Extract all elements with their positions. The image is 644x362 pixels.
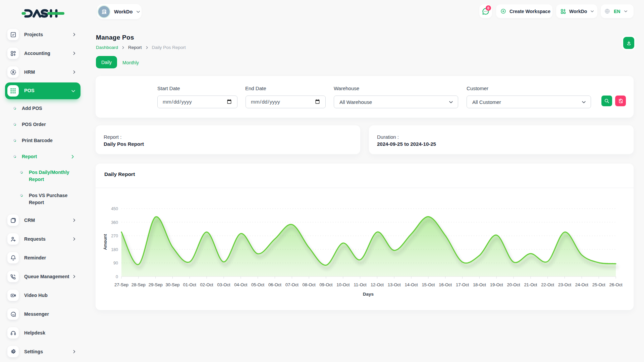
svg-text:04-Oct: 04-Oct — [234, 282, 247, 287]
svg-text:0: 0 — [116, 275, 118, 279]
svg-text:25-Oct: 25-Oct — [592, 282, 605, 287]
svg-text:06-Oct: 06-Oct — [268, 282, 281, 287]
svg-text:17-Oct: 17-Oct — [456, 282, 469, 287]
svg-text:09-Oct: 09-Oct — [319, 282, 332, 287]
svg-text:14-Oct: 14-Oct — [405, 282, 418, 287]
svg-text:08-Oct: 08-Oct — [303, 282, 316, 287]
svg-text:12-Oct: 12-Oct — [371, 282, 384, 287]
svg-text:21-Oct: 21-Oct — [524, 282, 537, 287]
svg-text:23-Oct: 23-Oct — [558, 282, 571, 287]
svg-text:29-Sep: 29-Sep — [149, 282, 163, 287]
svg-text:24-Oct: 24-Oct — [575, 282, 588, 287]
svg-text:28-Sep: 28-Sep — [131, 282, 146, 287]
svg-text:Amount: Amount — [103, 234, 108, 250]
svg-text:270: 270 — [111, 234, 118, 238]
svg-text:Days: Days — [363, 292, 374, 297]
svg-text:03-Oct: 03-Oct — [217, 282, 230, 287]
svg-text:18-Oct: 18-Oct — [473, 282, 486, 287]
svg-text:13-Oct: 13-Oct — [388, 282, 401, 287]
svg-text:26-Oct: 26-Oct — [609, 282, 622, 287]
svg-text:27-Sep: 27-Sep — [114, 282, 128, 287]
svg-text:90: 90 — [113, 261, 118, 265]
svg-text:19-Oct: 19-Oct — [490, 282, 503, 287]
svg-text:05-Oct: 05-Oct — [251, 282, 264, 287]
svg-text:11-Oct: 11-Oct — [354, 282, 367, 287]
svg-text:30-Sep: 30-Sep — [166, 282, 180, 287]
svg-text:22-Oct: 22-Oct — [541, 282, 554, 287]
svg-text:15-Oct: 15-Oct — [422, 282, 435, 287]
svg-text:180: 180 — [111, 247, 118, 252]
svg-text:07-Oct: 07-Oct — [285, 282, 299, 287]
svg-text:450: 450 — [111, 206, 118, 211]
svg-text:10-Oct: 10-Oct — [336, 282, 350, 287]
svg-text:360: 360 — [111, 220, 118, 225]
svg-text:01-Oct: 01-Oct — [183, 282, 196, 287]
svg-text:16-Oct: 16-Oct — [439, 282, 452, 287]
svg-text:20-Oct: 20-Oct — [507, 282, 520, 287]
svg-text:02-Oct: 02-Oct — [200, 282, 213, 287]
